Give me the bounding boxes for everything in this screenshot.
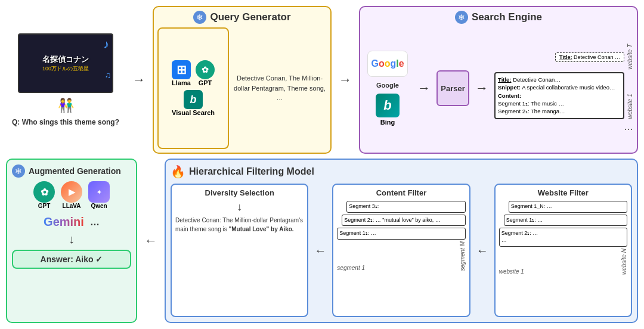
qwen-llm-icon: ✦ Qwen xyxy=(88,181,110,209)
answer-value: Aiko ✓ xyxy=(75,254,103,264)
queries-text: Detective Conan, The Million-dollar Pent… xyxy=(233,73,327,103)
website-mid-text: Segment 1₁: … xyxy=(506,217,543,223)
dots-corner: … xyxy=(624,122,633,132)
snippet-label: Snippet: xyxy=(498,84,521,91)
website-t-label: website T xyxy=(627,44,633,70)
answer-box: Answer: Aiko ✓ xyxy=(12,250,131,269)
arrow-content-to-diversity: ← xyxy=(312,184,329,317)
augmented-generation-block: ❄ Augmented Generation ✿ GPT ▶ LLaVA ✦ Q… xyxy=(6,159,137,323)
video-title-jp: 名探偵コナン xyxy=(42,54,89,65)
search-engine-block: ❄ Search Engine Google Google b Bing → xyxy=(359,6,638,154)
llava-label: LLaVA xyxy=(63,203,81,209)
segment-card-3: Segment 3₁: xyxy=(346,201,465,213)
website-card: Title: Detective Conan… Snippet: A speci… xyxy=(494,72,624,119)
visual-search-row: b Visual Search xyxy=(172,90,215,116)
arrow-engines-to-parser: → xyxy=(415,80,433,96)
video-content: 名探偵コナン 100万ドルの五稜星 xyxy=(42,54,89,73)
website-dots: … xyxy=(501,237,625,244)
segment-2-text: Segment 2₁: … "mutual love" by aiko, … xyxy=(344,217,440,223)
website-t-title-text: Detective Conan … xyxy=(574,54,620,60)
website-card-1: Segment 2₁: … … xyxy=(499,228,627,246)
characters-icon: 👫 xyxy=(58,98,74,113)
website-card-content: Content: xyxy=(498,92,621,100)
segment-1-text: Segment 1₁: … xyxy=(339,230,376,236)
diversity-highlight: "Mutual Love" by Aiko. xyxy=(229,226,294,232)
parser-box: Parser xyxy=(436,70,469,106)
content-filter-title: Content Filter xyxy=(337,188,465,197)
website-card-snippet: Snippet: A special collaborative music v… xyxy=(498,83,621,91)
model-row-top: ⊞ Llama ✿ GPT xyxy=(172,60,215,86)
segment-1-label: segment 1 xyxy=(337,265,365,271)
visual-search-model-icon: b Visual Search xyxy=(172,90,215,116)
website-card-mid: Segment 1₁: … xyxy=(504,215,627,226)
segment-3-text: Segment 3₁: xyxy=(349,203,379,209)
queries-box: Detective Conan, The Million-dollar Pent… xyxy=(233,27,327,149)
gpt-logo: ✿ xyxy=(196,60,215,79)
bing-box: b Bing xyxy=(376,94,400,126)
llama-label: Llama xyxy=(172,79,191,86)
website-1-text: Segment 2₁: … xyxy=(501,230,538,236)
title-text: Detective Conan… xyxy=(513,76,561,83)
gpt-icon-large: ✿ xyxy=(33,181,55,203)
gpt-label: GPT xyxy=(199,79,212,86)
website-t-row: Title: Detective Conan … website T xyxy=(494,44,633,70)
down-arrow-aug: ↓ xyxy=(12,232,131,246)
snippet-text: A special collaborative music video… xyxy=(522,84,615,91)
arrow-website-to-content: ← xyxy=(474,184,491,317)
query-generator-title: Query Generator xyxy=(210,11,290,23)
diversity-content: Detective Conan: The Million-dollar Pent… xyxy=(175,216,304,312)
website-card-title: Title: Detective Conan… xyxy=(498,76,621,83)
website-filter-panel: Website Filter Segment 1_N: … Segment 1₁… xyxy=(494,184,632,317)
query-inner: ⊞ Llama ✿ GPT b Visual Search xyxy=(157,27,327,149)
segment-card-2: Segment 2₁: … "mutual love" by aiko, … xyxy=(342,215,465,226)
bing-logo: b xyxy=(376,94,400,117)
segment-stack: Segment 3₁: Segment 2₁: … "mutual love" … xyxy=(337,201,465,312)
website-1-label: website 1 xyxy=(499,268,524,275)
gpt-llm-icon: ✿ GPT xyxy=(33,181,55,209)
parser-label: Parser xyxy=(441,84,465,93)
website-card-row: Title: Detective Conan… Snippet: A speci… xyxy=(494,72,633,119)
website-stack: Segment 1_N: … Segment 1₁: … Segment 2₁:… xyxy=(499,201,627,312)
segment2-line: Segment 2₁: The manga… xyxy=(498,107,621,115)
aug-title: Augmented Generation xyxy=(29,166,121,176)
diversity-title: Diversity Selection xyxy=(175,188,304,197)
website-n-text: Segment 1_N: … xyxy=(511,203,552,209)
video-subtitle: 100万ドルの五稜星 xyxy=(42,65,89,73)
answer-label: Answer: xyxy=(41,254,73,264)
snowflake-icon-query: ❄ xyxy=(193,11,206,24)
bing-label: Bing xyxy=(380,119,395,126)
flame-icon: 🔥 xyxy=(171,164,185,179)
qwen-label: Qwen xyxy=(91,203,107,209)
snowflake-icon-search: ❄ xyxy=(455,11,468,24)
content-filter-panel: Content Filter Segment 3₁: Segment 2₁: …… xyxy=(332,184,470,317)
qwen-icon: ✦ xyxy=(88,181,110,203)
segment-card-1: Segment 1₁: … xyxy=(337,228,465,240)
music-note-icon-2: ♫ xyxy=(105,70,112,80)
llm-row: ✿ GPT ▶ LLaVA ✦ Qwen Gemini … xyxy=(12,181,131,229)
search-engine-inner: Google Google b Bing → Parser → xyxy=(364,27,633,149)
hierarchical-filter-block: 🔥 Hierarchical Filtering Model Diversity… xyxy=(165,159,638,323)
snowflake-icon-aug: ❄ xyxy=(12,164,25,178)
search-engine-title: Search Engine xyxy=(472,11,542,23)
llava-icon: ▶ xyxy=(61,181,82,203)
video-thumbnail: 名探偵コナン 100万ドルの五稜星 ♪ ♫ xyxy=(18,33,113,93)
aug-header: ❄ Augmented Generation xyxy=(12,164,131,178)
arrow-hier-to-aug: ← xyxy=(142,159,160,323)
hier-title: Hierarchical Filtering Model xyxy=(189,166,314,177)
website-t-title: Title: xyxy=(559,54,572,60)
bing-logo-small: b xyxy=(184,90,203,109)
query-generator-header: ❄ Query Generator xyxy=(157,11,327,24)
main-container: 名探偵コナン 100万ドルの五稜星 ♪ ♫ 👫 Q: Who sings thi… xyxy=(0,0,644,329)
search-engines-col: Google Google b Bing xyxy=(364,51,411,126)
website-filter-title: Website Filter xyxy=(499,188,627,197)
website-t-preview: Title: Detective Conan … xyxy=(555,52,624,62)
arrow-parser-to-website: → xyxy=(473,80,491,96)
music-note-icon-1: ♪ xyxy=(103,38,109,51)
diversity-panel: Diversity Selection ↓ Detective Conan: T… xyxy=(171,184,308,317)
search-engine-header: ❄ Search Engine xyxy=(364,11,633,24)
llama-model-icon: ⊞ Llama xyxy=(172,60,191,86)
llava-llm-icon: ▶ LLaVA xyxy=(61,181,82,209)
segment1-line: Segment 1₁: The music … xyxy=(498,100,621,107)
google-label: Google xyxy=(376,82,399,89)
arrow-query-to-search: → xyxy=(336,6,354,154)
